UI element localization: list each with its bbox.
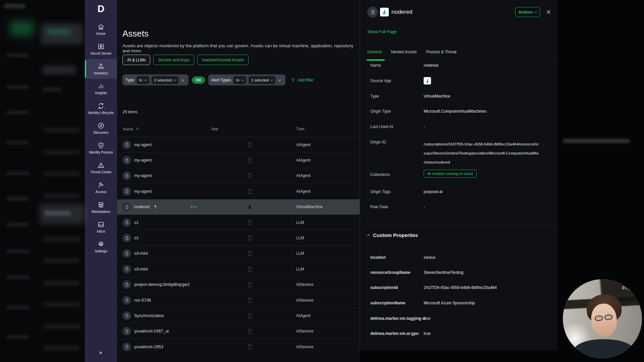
filter-value-dropdown[interactable]: 3 selected	[152, 76, 178, 84]
quick-filter-row: AI & LLMsSecrets and KeysInactive/Unused…	[122, 55, 249, 65]
tab-nested-assets[interactable]: Nested Assets	[391, 50, 417, 58]
sidebar-item-secret-server[interactable]: Secret Server	[85, 39, 117, 59]
quick-filter-secrets-and-keys[interactable]: Secrets and Keys	[153, 55, 194, 65]
active-tab-underline	[367, 59, 385, 61]
table-row[interactable]: o1 LLM	[117, 215, 360, 230]
column-header-type[interactable]: Type	[296, 127, 305, 131]
filter-value-dropdown[interactable]: 1 selected	[249, 76, 275, 84]
sidebar-item-inventory[interactable]: Inventory	[85, 59, 117, 79]
field-value: Microsoft.Compute/virtualMachines	[424, 109, 486, 114]
table-row[interactable]: my-agent AIAgent	[117, 137, 360, 152]
field-label: subscriptionName	[370, 301, 406, 305]
chevron-down-icon	[144, 78, 147, 81]
ai-sparkle-icon	[153, 204, 158, 209]
tab-posture-threat[interactable]: Posture & Threat	[426, 50, 457, 58]
field-value: VirtualMachine	[424, 94, 450, 99]
asset-type: AIAgent	[296, 189, 311, 194]
sidebar-item-threat-center[interactable]: Threat Center	[85, 158, 117, 178]
sidebar-item-identity-posture[interactable]: Identity Posture	[85, 138, 117, 158]
sidebar-expand-button[interactable]: »	[85, 349, 117, 356]
panel-title: nodered	[391, 9, 412, 15]
asset-detail-panel: nodered Actions Show Full Page GeneralNe…	[360, 0, 557, 350]
field-value: purpose:ai	[424, 189, 442, 194]
azure-icon	[424, 77, 431, 84]
sidebar-item-inbox[interactable]: Inbox	[85, 217, 117, 237]
table-row[interactable]: my-agent AIAgent	[117, 168, 360, 183]
inventory-icon	[97, 63, 105, 70]
show-full-page-link[interactable]: Show Full Page	[367, 29, 397, 34]
filter-operator-dropdown[interactable]: In	[233, 76, 246, 84]
remove-filter-icon[interactable]	[278, 78, 282, 82]
actions-button[interactable]: Actions	[515, 7, 540, 17]
asset-type: AIAgent	[296, 173, 311, 178]
filter-operator-dropdown[interactable]: In	[137, 76, 149, 84]
sidebar-item-insights[interactable]: Insights	[85, 79, 117, 99]
field-value: Microsoft Azure Sponsorship	[424, 301, 475, 305]
table-row[interactable]: o3-mini LLM	[117, 246, 360, 261]
tabs-divider	[360, 60, 558, 61]
table-row[interactable]: my-agent AIAgent	[117, 183, 360, 199]
filter-join-pill[interactable]: OR	[192, 76, 205, 84]
table-row[interactable]: project-demoqz3mbp6hqrgw2 AIService	[117, 277, 360, 292]
webcam-overlay: 070	[563, 279, 642, 358]
table-row[interactable]: o1 LLM	[117, 230, 360, 245]
chevron-down-icon	[241, 78, 244, 81]
asset-doc-icon	[122, 218, 131, 227]
tab-general[interactable]: General	[367, 50, 382, 58]
table-header: Name App Type	[117, 124, 360, 137]
page-title: Assets	[122, 28, 149, 39]
remove-filter-icon[interactable]	[181, 78, 185, 82]
asset-type: LLM	[296, 251, 304, 256]
app-doc-icon	[247, 327, 253, 335]
field-label: Last Used At	[370, 124, 393, 129]
table-row[interactable]: o3-mini LLM	[117, 261, 360, 277]
app-doc-icon	[247, 281, 253, 288]
asset-type: AIAgent	[296, 142, 311, 147]
asset-name: o1	[134, 220, 139, 225]
column-header-app[interactable]: App	[211, 127, 218, 131]
quick-filter-ai-llms[interactable]: AI & LLMs	[122, 55, 150, 65]
quick-filter-inactive-unused-assets[interactable]: Inactive/Unused Assets	[197, 55, 249, 65]
app-doc-icon	[247, 203, 253, 210]
field-value: -	[424, 124, 425, 129]
asset-doc-icon	[122, 265, 131, 274]
asset-doc-icon	[122, 202, 131, 211]
custom-properties-header[interactable]: Custom Properties	[367, 232, 418, 238]
field-label: delinea.marker.vm.tagging-ai	[370, 316, 426, 321]
asset-name: yuvalinchi-2953	[134, 345, 163, 349]
table-row[interactable]: yuvalinchi-0367_ai AIService	[117, 323, 360, 339]
sidebar-nav: Home Secret Server Inventory Insights Id…	[85, 19, 117, 257]
asset-doc-icon	[122, 187, 131, 196]
filter-field-label: Alert Types	[211, 78, 231, 82]
field-label: subscriptionId	[370, 285, 398, 290]
table-row[interactable]: ron-5736 AIService	[117, 292, 360, 308]
add-filter-button[interactable]: Add filter	[291, 78, 313, 82]
table-row[interactable]: nodered VirtualMachine	[117, 199, 360, 215]
sidebar-item-marketplace[interactable]: Marketplace	[85, 197, 117, 217]
table-row[interactable]: yuvalinchi-2953 AIService	[117, 339, 360, 354]
collection-chip[interactable]: AI models running in cloud	[424, 170, 477, 178]
screen: { "colors": { "accent_green": "#2ecc71",…	[0, 0, 644, 362]
sidebar-item-home[interactable]: Home	[85, 19, 117, 39]
threat-icon	[97, 162, 105, 169]
field-value: true	[424, 331, 431, 336]
asset-type: LLM	[296, 267, 304, 272]
field-label: delinea.marker.vm.ai-gpu	[370, 331, 419, 336]
app-doc-icon	[247, 219, 253, 226]
sidebar-item-settings[interactable]: Settings	[85, 237, 117, 257]
field-label: Raw Data	[370, 204, 388, 209]
insights-icon	[97, 82, 105, 90]
close-icon[interactable]	[546, 9, 552, 15]
access-icon	[97, 181, 105, 189]
sidebar-item-discovery[interactable]: Discovery	[85, 118, 117, 138]
table-row[interactable]: my-agent AIAgent	[117, 152, 360, 168]
sidebar-item-access[interactable]: Access	[85, 178, 117, 197]
column-header-name[interactable]: Name	[123, 127, 140, 131]
section-divider	[360, 225, 558, 226]
table-row[interactable]: Synchronization AIAgent	[117, 308, 360, 323]
chevron-down-icon	[534, 10, 537, 13]
sidebar-item-identity-lifecycle[interactable]: Identity Lifecycle	[85, 99, 117, 118]
settings-icon	[97, 241, 105, 248]
field-label: Origin Tags	[370, 189, 390, 194]
filter-field-label: Type	[125, 78, 134, 82]
